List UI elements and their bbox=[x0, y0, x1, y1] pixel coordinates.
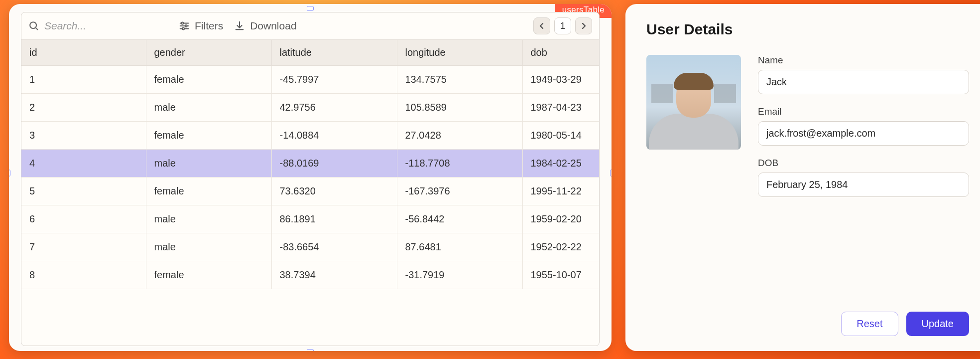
field-name: Name Jack bbox=[758, 55, 969, 101]
cell-latitude: 38.7394 bbox=[271, 261, 397, 289]
pager: 1 bbox=[533, 17, 592, 34]
cell-id: 7 bbox=[21, 233, 146, 261]
cell-longitude: 105.8589 bbox=[397, 94, 522, 122]
cell-dob: 1980-05-14 bbox=[522, 122, 600, 150]
name-value[interactable]: Jack bbox=[758, 70, 969, 94]
col-gender[interactable]: gender bbox=[146, 40, 271, 66]
svg-line-1 bbox=[35, 27, 37, 29]
dob-value[interactable]: February 25, 1984 bbox=[758, 173, 969, 197]
chevron-left-icon bbox=[539, 22, 545, 29]
table-toolbar: Filters Download bbox=[21, 12, 599, 39]
field-email: Email jack.frost@example.com bbox=[758, 106, 969, 153]
table-row[interactable]: 5female73.6320-167.39761995-11-22 bbox=[21, 178, 600, 205]
table-row[interactable]: 1female-45.7997134.75751949-03-29 bbox=[21, 66, 600, 94]
svg-point-3 bbox=[181, 22, 183, 24]
table-row[interactable]: 6male86.1891-56.84421959-02-20 bbox=[21, 205, 600, 233]
cell-gender: female bbox=[146, 122, 271, 150]
resize-handle-top[interactable] bbox=[307, 6, 314, 11]
table-row[interactable]: 4male-88.0169-118.77081984-02-25 bbox=[21, 150, 600, 178]
chevron-right-icon bbox=[581, 22, 587, 29]
cell-id: 6 bbox=[21, 205, 146, 233]
col-dob[interactable]: dob bbox=[522, 40, 600, 66]
download-button[interactable]: Download bbox=[234, 20, 296, 32]
cell-longitude: -118.7708 bbox=[397, 150, 522, 178]
cell-id: 2 bbox=[21, 94, 146, 122]
cell-dob: 1995-11-22 bbox=[522, 178, 600, 205]
email-label: Email bbox=[758, 106, 969, 117]
cell-longitude: -31.7919 bbox=[397, 261, 522, 289]
cell-latitude: 73.6320 bbox=[271, 178, 397, 205]
avatar bbox=[646, 55, 741, 150]
cell-dob: 1952-02-22 bbox=[522, 233, 600, 261]
svg-point-5 bbox=[185, 25, 187, 27]
cell-dob: 1984-02-25 bbox=[522, 150, 600, 178]
field-dob: DOB February 25, 1984 bbox=[758, 158, 969, 204]
cell-longitude: 87.6481 bbox=[397, 233, 522, 261]
users-table: id gender latitude longitude dob 1female… bbox=[21, 39, 600, 289]
search-box[interactable] bbox=[28, 20, 168, 32]
cell-gender: male bbox=[146, 150, 271, 178]
cell-dob: 1959-02-20 bbox=[522, 205, 600, 233]
table-row[interactable]: 3female-14.088427.04281980-05-14 bbox=[21, 122, 600, 150]
cell-gender: female bbox=[146, 178, 271, 205]
pager-next-button[interactable] bbox=[575, 17, 592, 34]
cell-latitude: 42.9756 bbox=[271, 94, 397, 122]
cell-dob: 1987-04-23 bbox=[522, 94, 600, 122]
table-row[interactable]: 2male42.9756105.85891987-04-23 bbox=[21, 94, 600, 122]
details-title: User Details bbox=[646, 21, 969, 38]
table-row[interactable]: 8female38.7394-31.79191955-10-07 bbox=[21, 261, 600, 289]
cell-longitude: 27.0428 bbox=[397, 122, 522, 150]
cell-id: 8 bbox=[21, 261, 146, 289]
email-value[interactable]: jack.frost@example.com bbox=[758, 121, 969, 146]
table-frame: Filters Download bbox=[21, 12, 600, 346]
cell-gender: female bbox=[146, 261, 271, 289]
col-id[interactable]: id bbox=[21, 40, 146, 66]
cell-latitude: -83.6654 bbox=[271, 233, 397, 261]
cell-id: 4 bbox=[21, 150, 146, 178]
update-button[interactable]: Update bbox=[906, 312, 970, 336]
details-actions: Reset Update bbox=[646, 312, 969, 336]
download-icon bbox=[234, 20, 245, 31]
reset-button[interactable]: Reset bbox=[841, 312, 898, 336]
cell-dob: 1949-03-29 bbox=[522, 66, 600, 94]
cell-id: 5 bbox=[21, 178, 146, 205]
filters-label: Filters bbox=[195, 20, 223, 32]
pager-prev-button[interactable] bbox=[533, 17, 550, 34]
cell-latitude: -88.0169 bbox=[271, 150, 397, 178]
filters-icon bbox=[179, 21, 190, 31]
dob-label: DOB bbox=[758, 158, 969, 169]
cell-longitude: -56.8442 bbox=[397, 205, 522, 233]
cell-latitude: 86.1891 bbox=[271, 205, 397, 233]
col-latitude[interactable]: latitude bbox=[271, 40, 397, 66]
cell-gender: male bbox=[146, 94, 271, 122]
cell-dob: 1955-10-07 bbox=[522, 261, 600, 289]
cell-gender: female bbox=[146, 66, 271, 94]
cell-id: 1 bbox=[21, 66, 146, 94]
resize-handle-bottom[interactable] bbox=[307, 349, 314, 351]
search-icon bbox=[28, 20, 39, 31]
svg-point-7 bbox=[182, 27, 184, 29]
cell-longitude: -167.3976 bbox=[397, 178, 522, 205]
resize-handle-right[interactable] bbox=[610, 170, 612, 177]
cell-latitude: -14.0884 bbox=[271, 122, 397, 150]
download-label: Download bbox=[250, 20, 296, 32]
cell-gender: male bbox=[146, 205, 271, 233]
users-table-card: usersTable bbox=[9, 4, 612, 351]
search-input[interactable] bbox=[44, 20, 144, 32]
cell-longitude: 134.7575 bbox=[397, 66, 522, 94]
resize-handle-left[interactable] bbox=[9, 170, 10, 177]
filters-button[interactable]: Filters bbox=[179, 20, 223, 32]
name-label: Name bbox=[758, 55, 969, 66]
pager-page-number: 1 bbox=[554, 17, 571, 34]
table-header-row: id gender latitude longitude dob bbox=[21, 40, 600, 66]
cell-latitude: -45.7997 bbox=[271, 66, 397, 94]
col-longitude[interactable]: longitude bbox=[397, 40, 522, 66]
cell-gender: male bbox=[146, 233, 271, 261]
table-row[interactable]: 7male-83.665487.64811952-02-22 bbox=[21, 233, 600, 261]
cell-id: 3 bbox=[21, 122, 146, 150]
user-details-card: User Details Name Jack Email jack.frost@… bbox=[625, 4, 980, 351]
